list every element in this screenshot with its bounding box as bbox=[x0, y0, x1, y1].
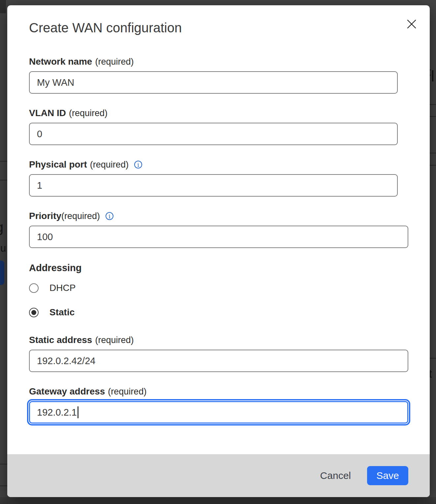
dialog-title: Create WAN configuration bbox=[29, 20, 430, 36]
background-text-fragment bbox=[432, 70, 433, 81]
gateway-address-input[interactable]: 192.0.2.1 bbox=[29, 401, 408, 424]
static-address-input[interactable] bbox=[29, 350, 408, 372]
static-radio-label: Static bbox=[49, 307, 75, 318]
background-row-line bbox=[430, 165, 436, 166]
background-row-line bbox=[430, 116, 436, 117]
background-row-line bbox=[0, 180, 7, 180]
required-marker: (required) bbox=[69, 108, 108, 119]
addressing-heading: Addressing bbox=[29, 262, 430, 274]
addressing-option-static[interactable]: Static bbox=[29, 306, 430, 319]
priority-input[interactable] bbox=[29, 226, 408, 248]
create-wan-configuration-dialog: Create WAN configuration Network name (r… bbox=[7, 5, 430, 497]
info-icon[interactable]: i bbox=[106, 212, 113, 220]
background-button-fragment bbox=[0, 261, 4, 285]
static-address-label-row: Static address (required) bbox=[29, 334, 430, 346]
background-corner-patch bbox=[0, 0, 6, 13]
priority-label: Priority bbox=[29, 210, 61, 222]
addressing-option-dhcp[interactable]: DHCP bbox=[29, 282, 430, 294]
required-marker: (required) bbox=[95, 334, 134, 346]
required-marker: (required) bbox=[90, 159, 129, 170]
gateway-address-label: Gateway address bbox=[29, 386, 105, 397]
cancel-button[interactable]: Cancel bbox=[320, 467, 351, 485]
network-name-label: Network name bbox=[29, 56, 92, 67]
network-name-label-row: Network name (required) bbox=[29, 56, 430, 67]
background-bottom-strip bbox=[0, 497, 436, 504]
physical-port-label: Physical port bbox=[29, 159, 87, 170]
background-row-line bbox=[0, 464, 7, 464]
gateway-address-value: 192.0.2.1 bbox=[37, 407, 77, 418]
priority-label-row: Priority (required) i bbox=[29, 210, 430, 222]
background-row-line bbox=[430, 358, 436, 359]
required-marker: (required) bbox=[95, 56, 134, 67]
text-caret bbox=[78, 406, 78, 418]
background-row-line bbox=[430, 153, 436, 153]
background-row-line bbox=[430, 104, 436, 105]
radio-selected-icon[interactable] bbox=[29, 308, 39, 317]
required-marker: (required) bbox=[108, 386, 146, 397]
gateway-address-label-row: Gateway address (required) bbox=[29, 386, 430, 397]
background-row-line bbox=[0, 161, 7, 162]
info-icon[interactable]: i bbox=[134, 161, 142, 169]
radio-unselected-icon[interactable] bbox=[29, 283, 39, 293]
vlan-id-input[interactable] bbox=[29, 123, 398, 145]
network-name-input[interactable] bbox=[29, 71, 398, 94]
physical-port-label-row: Physical port (required) i bbox=[29, 159, 430, 170]
dhcp-radio-label: DHCP bbox=[49, 283, 76, 293]
static-address-label: Static address bbox=[29, 334, 92, 346]
background-row-line bbox=[0, 486, 7, 486]
dialog-footer: Cancel Save bbox=[7, 454, 430, 497]
vlan-id-label: VLAN ID bbox=[29, 108, 66, 119]
background-text-fragment: g bbox=[0, 219, 3, 236]
background-text-fragment: u bbox=[0, 242, 6, 254]
required-marker: (required) bbox=[61, 210, 100, 222]
save-button[interactable]: Save bbox=[367, 466, 408, 485]
vlan-id-label-row: VLAN ID (required) bbox=[29, 108, 430, 119]
physical-port-input[interactable] bbox=[29, 174, 398, 197]
